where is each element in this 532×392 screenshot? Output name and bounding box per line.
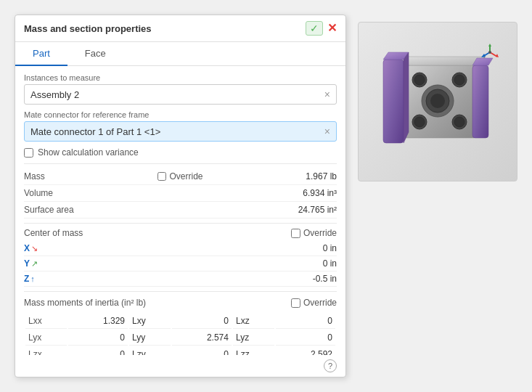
center-of-mass-section: Center of mass Override X ↘ 0 in (24, 228, 337, 287)
com-z-arrow-icon: ↑ (30, 274, 35, 283)
mass-label: Mass (24, 171, 82, 181)
moments-override-checkbox[interactable] (291, 298, 300, 308)
mate-connector-value: Mate connector 1 of Part 1 <1> (30, 126, 160, 137)
lxy-label: Lxy (129, 314, 171, 329)
svg-point-9 (414, 75, 425, 85)
cad-svg (365, 29, 510, 174)
mass-value: 1.967 lb (279, 171, 337, 181)
volume-value: 6.934 in³ (279, 188, 337, 198)
lxz-value: 0 (276, 314, 335, 329)
axis-indicator-group (481, 44, 499, 57)
lxy-value: 0 (172, 314, 232, 329)
surface-row: Surface area 24.765 in² (24, 202, 337, 219)
com-y-label: Y (24, 258, 30, 269)
volume-row: Volume 6.934 in³ (24, 185, 337, 202)
panel-body: Instances to measure Assembly 2 × Mate c… (15, 66, 345, 355)
com-x-row: X ↘ 0 in (24, 241, 337, 256)
cad-preview (358, 22, 517, 181)
lyx-label: Lyx (25, 330, 67, 346)
lyz-label: Lyz (233, 330, 274, 346)
instances-input[interactable]: Assembly 2 × (24, 84, 337, 105)
com-override-label[interactable]: Override (303, 228, 337, 238)
mass-override-checkbox[interactable] (157, 172, 166, 181)
com-y-value: 0 in (293, 258, 337, 269)
svg-point-11 (454, 75, 465, 85)
tabs-bar: Part Face (15, 42, 345, 66)
mate-connector-label: Mate connector for reference frame (24, 110, 337, 119)
show-variance-row: Show calculation variance (24, 147, 337, 158)
mass-override-label[interactable]: Override (169, 171, 202, 181)
svg-rect-6 (472, 65, 488, 138)
svg-marker-20 (488, 44, 491, 46)
surface-label: Surface area (24, 205, 82, 215)
moments-table: Lxx 1.329 Lxy 0 Lxz 0 Lyx 0 Lyy 2.574 Ly… (24, 312, 337, 355)
lxx-label: Lxx (25, 314, 67, 329)
lyy-label: Lyy (129, 330, 171, 346)
lyy-value: 2.574 (172, 330, 232, 346)
com-z-label: Z (24, 274, 29, 284)
com-x-label: X (24, 243, 30, 253)
svg-point-15 (454, 117, 465, 127)
com-y-arrow-icon: ↗ (31, 259, 38, 269)
svg-marker-5 (404, 52, 409, 143)
com-header: Center of mass Override (24, 228, 337, 238)
com-z-axis: Z ↑ (24, 274, 46, 284)
com-x-axis: X ↘ (24, 243, 46, 253)
moments-row-3: Lzx 0 Lzy 0 Lzz 2.592 (25, 347, 335, 355)
confirm-button[interactable]: ✓ (306, 21, 323, 36)
instances-value: Assembly 2 (30, 89, 79, 100)
svg-point-13 (414, 117, 425, 127)
svg-point-18 (430, 94, 445, 108)
panel-actions: ✓ ✕ (306, 21, 337, 36)
moments-override: Override (291, 298, 337, 308)
moments-row-1: Lxx 1.329 Lxy 0 Lxz 0 (25, 314, 335, 329)
help-button[interactable]: ? (324, 359, 337, 372)
divider-3 (24, 291, 337, 292)
mass-override: Override (157, 171, 202, 181)
moments-override-label[interactable]: Override (303, 298, 337, 308)
com-y-axis: Y ↗ (24, 258, 46, 269)
com-override-checkbox[interactable] (291, 229, 300, 238)
lzx-value: 0 (68, 347, 128, 355)
com-override: Override (291, 228, 337, 238)
lyx-value: 0 (68, 330, 128, 346)
lzx-label: Lzx (25, 347, 67, 355)
lxz-label: Lxz (233, 314, 274, 329)
moments-section: Mass moments of inertia (in² lb) Overrid… (24, 298, 337, 355)
com-x-value: 0 in (293, 243, 337, 253)
instances-clear-icon[interactable]: × (324, 89, 330, 100)
instances-label: Instances to measure (24, 73, 337, 82)
moments-header: Mass moments of inertia (in² lb) Overrid… (24, 298, 337, 308)
panel-title: Mass and section properties (24, 23, 152, 34)
show-variance-label[interactable]: Show calculation variance (38, 147, 139, 158)
lxx-value: 1.329 (68, 314, 128, 329)
moments-row-2: Lyx 0 Lyy 2.574 Lyz 0 (25, 330, 335, 346)
mate-connector-input[interactable]: Mate connector 1 of Part 1 <1> × (24, 121, 337, 142)
tab-part[interactable]: Part (15, 42, 67, 66)
volume-label: Volume (24, 188, 82, 198)
com-y-row: Y ↗ 0 in (24, 256, 337, 271)
svg-point-25 (488, 51, 491, 54)
show-variance-checkbox[interactable] (24, 148, 33, 158)
lzz-label: Lzz (233, 347, 274, 355)
com-z-row: Z ↑ -0.5 in (24, 271, 337, 287)
surface-value: 24.765 in² (279, 205, 337, 215)
cad-inner (359, 23, 517, 181)
moments-title: Mass moments of inertia (in² lb) (24, 298, 146, 308)
mate-connector-clear-icon[interactable]: × (324, 126, 330, 137)
lzy-value: 0 (172, 347, 232, 355)
lzy-label: Lzy (129, 347, 171, 355)
instances-section: Instances to measure Assembly 2 × (24, 73, 337, 105)
close-button[interactable]: ✕ (327, 23, 337, 34)
mass-properties-panel: Mass and section properties ✓ ✕ Part Fac… (15, 15, 346, 377)
mass-row: Mass Override 1.967 lb (24, 168, 337, 185)
divider-1 (24, 163, 337, 164)
com-title: Center of mass (24, 228, 83, 238)
divider-2 (24, 223, 337, 224)
tab-face[interactable]: Face (67, 42, 123, 66)
lyz-value: 0 (276, 330, 335, 346)
panel-header: Mass and section properties ✓ ✕ (15, 15, 345, 42)
svg-marker-1 (398, 57, 485, 65)
help-area: ? (15, 355, 345, 377)
lzz-value: 2.592 (276, 347, 335, 355)
